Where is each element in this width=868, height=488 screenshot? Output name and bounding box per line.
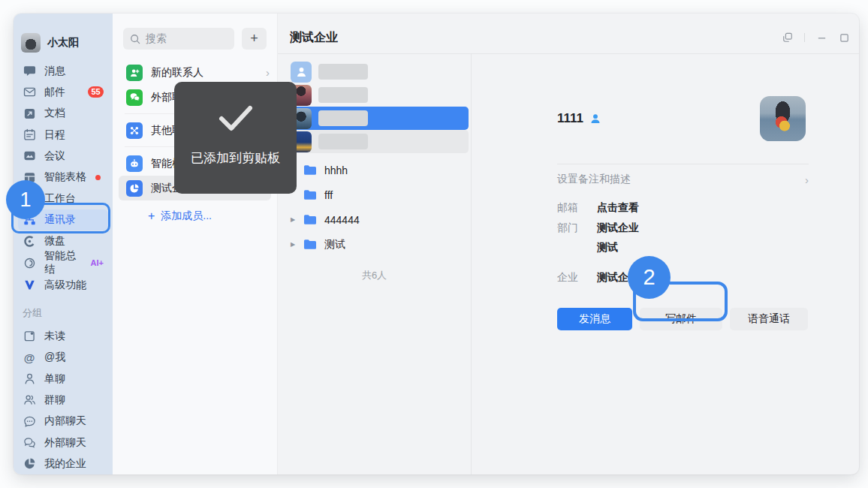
member-row-selected[interactable] <box>284 107 469 130</box>
expand-arrow-icon[interactable]: ▶ <box>291 241 303 248</box>
sidebar-item-label: 消息 <box>44 65 65 78</box>
contact-photo[interactable] <box>760 96 806 141</box>
voice-call-button[interactable]: 语音通话 <box>730 308 808 330</box>
plus-icon: + <box>148 209 155 223</box>
drive-icon <box>23 234 36 248</box>
company-icon <box>126 180 143 197</box>
other-contacts-icon <box>126 122 143 139</box>
members-panel: hhhh fff ▶ 444444 ▶ <box>278 54 472 474</box>
sidebar-item-drive[interactable]: 微盘 <box>14 230 113 252</box>
double-bubble-icon <box>23 436 36 450</box>
field-row-email: 邮箱 点击查看 <box>557 197 809 217</box>
chevron-right-icon: › <box>805 173 809 186</box>
sidebar-item-ai-summary[interactable]: 智能总结 AI+ <box>14 252 113 274</box>
send-message-button[interactable]: 发消息 <box>557 308 632 330</box>
folder-row-test[interactable]: ▶ 测试 <box>278 232 471 257</box>
add-member-button[interactable]: + 添加成员... <box>148 209 277 223</box>
sidebar-item-label: 群聊 <box>44 393 65 407</box>
sidebar: 小太阳 消息 邮件 55 文档 日程 会议 <box>14 14 113 474</box>
contact-item-label: 新的联系人 <box>151 66 203 80</box>
expand-arrow-icon[interactable]: ▶ <box>291 216 303 223</box>
add-member-label: 添加成员... <box>161 209 212 223</box>
user-profile[interactable]: 小太阳 <box>14 33 113 53</box>
email-reveal-link[interactable]: 点击查看 <box>597 197 639 217</box>
sidebar-item-label: 微盘 <box>44 234 65 248</box>
sidebar-item-label: 未读 <box>44 330 65 343</box>
popout-icon[interactable] <box>782 32 794 44</box>
toast-text: 已添加到剪贴板 <box>191 149 280 167</box>
search-placeholder: 搜索 <box>146 32 167 46</box>
sidebar-item-mail[interactable]: 邮件 55 <box>14 82 113 103</box>
sidebar-item-group-chats[interactable]: 群聊 <box>14 390 113 411</box>
notification-dot <box>95 175 101 180</box>
folder-row-444444[interactable]: ▶ 444444 <box>278 207 471 232</box>
calendar-icon <box>23 128 36 142</box>
sidebar-item-unread[interactable]: 未读 <box>14 326 113 347</box>
sidebar-item-label: 高级功能 <box>44 279 86 292</box>
sidebar-item-my-company[interactable]: 我的企业 <box>14 453 113 474</box>
sidebar-item-label: 内部聊天 <box>44 414 86 428</box>
folder-name: hhhh <box>324 164 348 176</box>
advanced-features-icon <box>23 279 36 292</box>
member-row[interactable] <box>284 130 469 153</box>
chevron-right-icon: › <box>266 66 270 79</box>
sidebar-item-label: 文档 <box>44 107 65 120</box>
sidebar-item-label: 智能总结 <box>44 249 81 276</box>
sidebar-item-meetings[interactable]: 会议 <box>14 146 113 167</box>
field-row-department: 部门 测试企业 测试 <box>557 218 809 257</box>
divider <box>557 164 809 164</box>
add-contact-button[interactable]: + <box>242 28 267 50</box>
window-controls <box>782 32 850 44</box>
annotation-step-2-circle: 2 <box>628 256 671 299</box>
sidebar-item-docs[interactable]: 文档 <box>14 103 113 124</box>
ai-summary-icon <box>23 256 36 270</box>
sidebar-item-direct-chats[interactable]: 单聊 <box>14 368 113 389</box>
sidebar-item-internal-chats[interactable]: 内部聊天 <box>14 411 113 432</box>
sidebar-item-mention-me[interactable]: @ @我 <box>14 347 113 368</box>
divider <box>804 33 805 42</box>
mail-unread-badge: 55 <box>88 86 104 98</box>
folder-icon <box>303 238 318 251</box>
document-icon <box>23 107 36 120</box>
member-row[interactable] <box>284 83 469 107</box>
ai-plus-tag: AI+ <box>91 258 104 267</box>
sidebar-item-label: 单聊 <box>44 372 65 386</box>
message-icon <box>23 65 36 78</box>
field-label: 部门 <box>557 218 597 257</box>
sidebar-item-messages[interactable]: 消息 <box>14 60 113 81</box>
redacted-member-name <box>318 64 368 80</box>
set-note-link[interactable]: 设置备注和描述 › <box>557 170 809 188</box>
person-icon <box>23 372 36 386</box>
panel-title: 测试企业 <box>290 30 338 46</box>
groups-section-label: 分组 <box>14 296 113 326</box>
people-icon <box>23 393 36 407</box>
maximize-icon[interactable] <box>838 32 850 44</box>
main-panel: 测试企业 <box>278 14 859 474</box>
contact-name: 1111 <box>557 111 583 126</box>
search-icon <box>130 34 140 44</box>
folder-name: fff <box>324 189 333 201</box>
sidebar-item-advanced-features[interactable]: 高级功能 <box>14 274 113 295</box>
new-contact-icon <box>126 65 143 81</box>
set-note-label: 设置备注和描述 <box>557 173 631 186</box>
folder-icon <box>303 213 318 226</box>
check-icon <box>215 101 257 134</box>
sidebar-item-calendar[interactable]: 日程 <box>14 124 113 145</box>
sidebar-item-external-chats[interactable]: 外部聊天 <box>14 432 113 453</box>
search-input[interactable]: 搜索 <box>123 28 234 50</box>
annotation-step-1-circle: 1 <box>6 180 45 219</box>
minimize-icon[interactable] <box>815 32 827 44</box>
app-window: 小太阳 消息 邮件 55 文档 日程 会议 <box>14 14 859 474</box>
folder-row-fff[interactable]: fff <box>278 182 471 207</box>
sidebar-item-label: 邮件 <box>44 86 65 99</box>
field-label: 邮箱 <box>557 197 597 217</box>
user-avatar <box>21 33 41 53</box>
sidebar-item-label: 会议 <box>44 149 65 163</box>
redacted-member-name <box>318 87 368 103</box>
user-name: 小太阳 <box>47 36 79 50</box>
member-row[interactable] <box>284 60 469 83</box>
department-line-2: 测试 <box>597 237 639 257</box>
sidebar-item-label: 智能表格 <box>44 170 86 184</box>
folder-icon <box>303 164 318 176</box>
folder-row-hhhh[interactable]: hhhh <box>278 158 471 182</box>
